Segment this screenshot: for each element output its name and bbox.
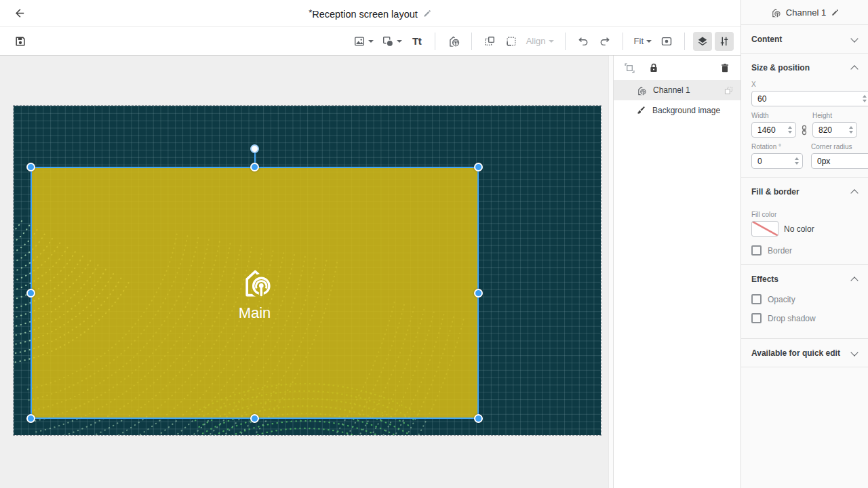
undo-button[interactable]	[574, 32, 593, 51]
quick-edit-section-title: Available for quick edit	[751, 348, 840, 358]
save-button[interactable]	[11, 32, 30, 51]
section-quick-edit[interactable]: Available for quick edit	[741, 339, 868, 367]
section-content[interactable]: Content	[741, 25, 868, 54]
rotation-handle[interactable]	[250, 144, 259, 153]
add-channel-button[interactable]	[443, 32, 463, 51]
height-label: Height	[812, 112, 857, 119]
xy-row: X Y	[741, 75, 868, 106]
arrow-left-icon	[13, 7, 26, 20]
back-button[interactable]	[9, 4, 28, 23]
fill-color-value: No color	[784, 224, 814, 234]
image-icon	[353, 35, 366, 47]
drop-shadow-checkbox[interactable]	[751, 313, 762, 323]
layers-panel-toggle[interactable]	[693, 32, 712, 51]
screen-canvas[interactable]: Main	[14, 106, 601, 435]
rotation-input[interactable]	[752, 157, 795, 166]
border-checkbox-row[interactable]: Border	[741, 245, 868, 256]
toolbar-divider	[471, 33, 472, 50]
align-label: Align	[526, 36, 546, 46]
align-button[interactable]: Align	[524, 32, 557, 51]
fit-zoom-button[interactable]: Fit	[631, 32, 654, 51]
send-to-back-icon[interactable]	[724, 85, 734, 96]
fill-section-title: Fill & border	[751, 187, 800, 197]
edit-title-pencil-icon[interactable]	[422, 9, 432, 18]
chevron-up-icon	[850, 277, 858, 284]
fill-color-swatch-no-color[interactable]	[751, 221, 778, 237]
layer-row-channel-1[interactable]: Channel 1	[614, 80, 741, 100]
drop-shadow-checkbox-row[interactable]: Drop shadow	[741, 313, 868, 323]
size-position-header[interactable]: Size & position	[741, 54, 868, 75]
properties-panel: Channel 1 Content Size & position X Y	[741, 0, 868, 488]
unsaved-marker: *	[309, 7, 312, 18]
snap-inset-icon	[484, 35, 496, 47]
corner-radius-label: Corner radius	[811, 143, 868, 150]
add-image-button[interactable]	[351, 32, 376, 51]
width-label: Width	[751, 112, 796, 119]
preview-button[interactable]	[657, 32, 676, 51]
effects-section-title: Effects	[751, 274, 778, 284]
channel-content: Main	[31, 167, 478, 418]
channel-icon-large	[237, 264, 273, 300]
rotation-stepper[interactable]	[795, 157, 799, 165]
fill-color-row: No color	[741, 221, 868, 237]
drop-shadow-checkbox-label: Drop shadow	[768, 314, 816, 323]
preview-icon	[660, 35, 673, 47]
opacity-checkbox-row[interactable]: Opacity	[741, 294, 868, 304]
channel-zone-selected[interactable]: Main	[31, 167, 478, 418]
effects-header[interactable]: Effects	[741, 265, 868, 293]
lock-layer-button[interactable]	[646, 60, 661, 75]
height-stepper[interactable]	[849, 126, 853, 134]
fill-border-header[interactable]: Fill & border	[741, 178, 868, 205]
width-height-row: Width Height	[741, 106, 868, 138]
add-text-button[interactable]: Tt	[408, 32, 427, 51]
content-section-title: Content	[751, 35, 782, 44]
channel-icon-header	[770, 7, 781, 18]
shapes-icon	[382, 35, 394, 47]
align-dropdown-caret	[549, 40, 554, 43]
layers-panel: Channel 1 Background image	[613, 56, 741, 488]
page-title: *Reception screen layout	[309, 7, 418, 20]
properties-panel-toggle[interactable]	[715, 32, 734, 51]
chevron-up-icon	[850, 65, 858, 73]
toolbar-divider	[623, 33, 623, 50]
rotation-corner-row: Rotation ° Corner radius	[741, 138, 868, 177]
link-dimensions-button[interactable]	[796, 122, 812, 138]
width-input[interactable]	[752, 125, 788, 135]
border-checkbox[interactable]	[751, 245, 762, 256]
title-wrap: *Reception screen layout	[0, 7, 741, 20]
select-layers-button[interactable]	[622, 60, 637, 75]
redo-icon	[599, 35, 611, 47]
snap-inset-button[interactable]	[480, 32, 499, 51]
fit-label: Fit	[634, 36, 644, 46]
rename-pencil-icon[interactable]	[831, 8, 840, 17]
chevron-up-icon	[850, 189, 858, 197]
toolbar-tools-group: Tt	[351, 32, 734, 51]
layer-row-background-image[interactable]: Background image	[614, 100, 741, 121]
workspace-scrollbar[interactable]	[608, 56, 613, 488]
undo-icon	[577, 35, 589, 47]
snap-frame-icon	[505, 35, 517, 47]
x-input[interactable]	[752, 94, 863, 104]
opacity-checkbox-label: Opacity	[768, 295, 795, 304]
layer-label: Channel 1	[653, 85, 717, 95]
trash-icon	[719, 62, 730, 73]
toolbar-divider	[684, 33, 685, 50]
layer-label: Background image	[652, 106, 734, 115]
layout-editor-app: *Reception screen layout	[0, 0, 868, 488]
height-input[interactable]	[813, 125, 849, 135]
opacity-checkbox[interactable]	[751, 294, 762, 304]
chevron-down-icon	[850, 348, 858, 356]
delete-layer-button[interactable]	[717, 60, 732, 75]
fill-color-label: Fill color	[741, 211, 868, 218]
x-stepper[interactable]	[863, 95, 867, 102]
snap-frame-button[interactable]	[502, 32, 521, 51]
save-icon	[14, 35, 26, 47]
width-stepper[interactable]	[788, 126, 792, 134]
layers-panel-header	[614, 56, 741, 80]
add-shape-button[interactable]	[379, 32, 405, 51]
chevron-down-icon	[850, 35, 858, 42]
brush-icon	[635, 105, 646, 116]
corner-radius-input[interactable]	[812, 157, 868, 166]
canvas-workspace[interactable]: Main	[0, 56, 613, 488]
redo-button[interactable]	[595, 32, 614, 51]
